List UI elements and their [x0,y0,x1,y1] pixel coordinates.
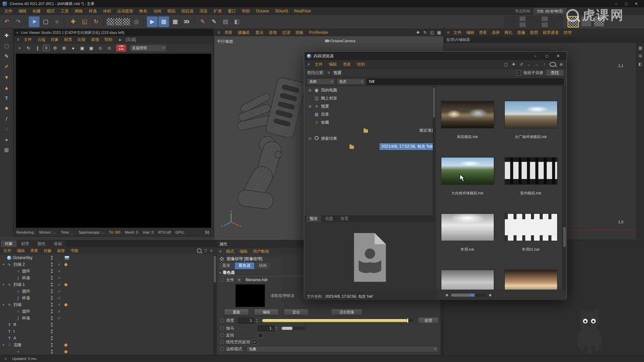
object-row[interactable]: T I [0,328,216,335]
enable-check-icon[interactable] [58,282,62,287]
texture-action-button[interactable]: 重载 [224,309,249,315]
browser-toolbar-icon[interactable]: ← [526,62,532,67]
toolbar-icon[interactable]: ▦ [158,16,169,27]
toolbar-icon[interactable]: ✎ [197,16,208,27]
thumbnail-size-slider[interactable] [451,294,486,297]
uv-menu-item[interactable]: 材质通道 [540,30,561,36]
browser-tree-item[interactable]: ⊞ ≡ 预置 [304,102,435,110]
menu-item[interactable]: 样条 [86,7,100,15]
hamburger-icon[interactable] [445,30,451,35]
menu-item[interactable]: 窗口 [225,7,239,15]
menu-item[interactable]: 扩展 [211,7,225,15]
browser-menu-item[interactable]: 文件 [312,62,326,67]
close-button[interactable]: ✕ [631,1,641,6]
toolbar-icon[interactable]: 3D [181,16,192,27]
toolbar-icon[interactable] [123,18,130,25]
toolbar-icon[interactable] [512,22,519,27]
palette-tool-icon[interactable]: / [2,114,12,123]
hdr-thumbnail[interactable]: 常用01.hdr [504,214,557,252]
toolbar-icon[interactable]: ◧ [231,16,242,27]
palette-tool-icon[interactable]: ✐ [2,62,12,71]
browser-tree-item[interactable]: ◫ 网上邻居 [304,94,435,102]
viewport-nav-icon[interactable]: ◱ [429,29,435,36]
hdr-thumbnail[interactable] [504,270,557,290]
hdr-thumbnail-image[interactable] [504,270,557,290]
expander-icon[interactable]: ▾ [3,263,7,266]
palette-tool-icon[interactable]: ▲ [2,83,12,92]
object-row[interactable]: ∫ 样条 [0,295,216,301]
invert-checkbox[interactable] [258,333,263,338]
hdr-thumbnail-image[interactable] [504,214,557,241]
enable-check-icon[interactable] [58,309,62,314]
object-row[interactable]: ○ 圆环 [0,308,216,315]
viewport-menu-item[interactable]: 摄像机 [235,30,253,36]
live-viewer-tool-icon[interactable]: ≈ [16,44,23,52]
visibility-dots[interactable] [51,343,53,347]
find-button[interactable]: 查找 [546,69,564,76]
live-viewer-tool-icon[interactable]: ⊙ [97,44,104,52]
toolbar-icon[interactable] [534,16,541,21]
manager-tab[interactable]: 材质 [17,240,33,247]
object-manager-menu-item[interactable]: 查看 [28,248,41,254]
object-tag-icon[interactable] [64,283,67,286]
menu-item[interactable]: 3DtoAll [272,7,291,15]
toolbar-icon[interactable]: ▤ [220,16,231,27]
browser-tree-item[interactable]: 最近项目 [304,126,435,134]
include-subdirs-checkbox[interactable] [516,70,521,75]
live-viewer-tool-icon[interactable]: R [43,45,50,51]
toolbar-icon[interactable] [519,22,526,27]
uv-tool-icon[interactable]: ◧ [637,61,643,67]
palette-tool-icon[interactable]: ▦ [2,145,12,155]
spinner-icon[interactable] [256,318,258,323]
object-manager-tool-icon[interactable]: ≡ [210,248,212,253]
hamburger-icon[interactable] [15,37,21,42]
enable-check-icon[interactable] [58,296,62,300]
hdr-thumbnail-image[interactable] [441,101,494,128]
menu-item[interactable]: 体积 [100,7,114,15]
attributes-menu-item[interactable]: 用户数据 [250,249,272,254]
uv-tool-icon[interactable]: ▦ [637,45,643,51]
menu-item[interactable]: 运动图形 [114,7,136,15]
uv-menu-item[interactable]: 图层 [528,30,540,36]
attribute-tab[interactable]: 着色器 [235,262,254,269]
browser-tree-item[interactable]: ⊞ ▣ 我的电脑 [304,86,435,94]
live-viewer-menu-item[interactable]: 比较 [75,37,88,43]
tree-expander-icon[interactable]: ⊞ [308,88,312,92]
menu-item[interactable]: 动画 [150,7,164,15]
browser-toolbar-icon[interactable]: → [534,62,539,67]
toolbar-icon[interactable] [115,18,122,25]
attributes-menu-item[interactable]: 模式 [223,249,237,254]
wireframe-model[interactable] [228,76,312,210]
toolbar-icon[interactable] [504,22,511,27]
hamburger-icon[interactable] [216,30,222,35]
viewport-menu-item[interactable]: 查看 [222,30,235,36]
enable-check-icon[interactable] [58,276,62,280]
live-viewer-tool-icon[interactable]: ⚙ [51,44,59,52]
find-location-value[interactable]: 预置 [333,70,341,76]
file-dropdown-icon[interactable] [236,277,242,283]
object-row[interactable]: T A [0,335,216,342]
linear-checkbox[interactable] [252,340,257,345]
object-row[interactable]: ∫ 样条 [0,275,216,281]
menu-item[interactable]: 工具 [58,7,72,15]
browser-toolbar-icon[interactable]: ↑ [542,62,547,67]
search-input[interactable] [367,78,564,85]
enable-check-icon[interactable] [58,262,62,267]
menu-item[interactable]: 角色 [136,7,150,15]
browser-tree-item[interactable]: ⊟ 搜索结果 [304,134,435,142]
toolbar-icon[interactable] [143,17,145,27]
browser-tree-item[interactable]: 2021/4/8, 17:52:56, 包含 'hdr' [304,142,435,150]
visibility-dots[interactable] [51,323,53,327]
palette-tool-icon[interactable]: ∷ [2,124,12,134]
object-row[interactable]: ▾ ∷ 克隆 [0,342,216,348]
browser-menu-item[interactable]: 编辑 [326,62,340,67]
enable-check-icon[interactable] [58,302,62,307]
browser-tree-item[interactable]: ▤ 目录 [304,110,435,118]
uv-menu-item[interactable]: 纹理 [561,30,574,36]
content-browser-title-bar[interactable]: 内容浏览器 – □ ✕ [304,52,567,60]
visibility-dots[interactable] [51,309,53,313]
manager-tab[interactable]: 对象 [1,240,17,247]
hdr-thumbnail-image[interactable] [441,157,494,185]
texture-action-button[interactable]: 定位 [284,309,309,315]
render-canvas[interactable] [16,54,211,228]
